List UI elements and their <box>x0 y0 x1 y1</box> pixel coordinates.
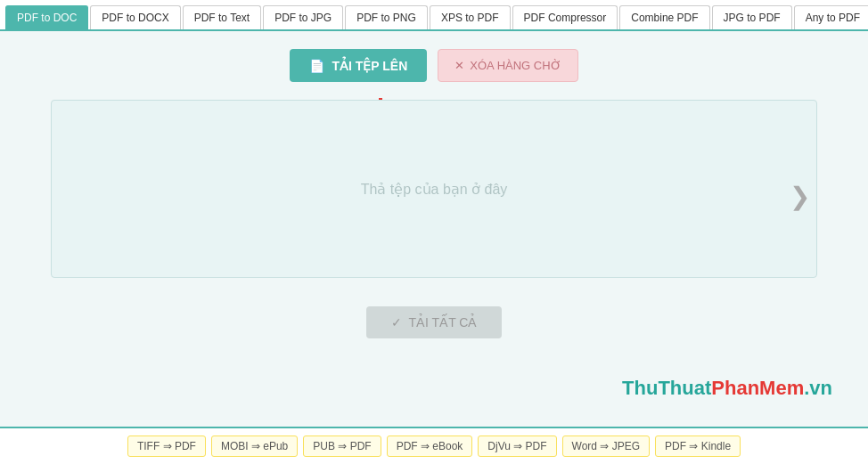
upload-button[interactable]: 📄 TẢI TỆP LÊN <box>290 49 427 82</box>
clear-button[interactable]: ✕ XÓA HÀNG CHỜ <box>438 49 577 82</box>
clear-icon: ✕ <box>454 59 464 72</box>
clear-button-label: XÓA HÀNG CHỜ <box>470 59 561 72</box>
download-all-button[interactable]: ✓ TẢI TẤT CẢ <box>366 306 503 338</box>
drop-zone[interactable]: Thả tệp của bạn ở đây <box>51 100 817 278</box>
watermark-thu: Thu <box>622 377 658 399</box>
main-content: 📄 TẢI TỆP LÊN ✕ XÓA HÀNG CHỜ ❮ Thả tệp c… <box>0 31 868 427</box>
watermark-mem: Mem <box>759 377 804 399</box>
tab-pdf-to-png[interactable]: PDF to PNG <box>345 5 428 29</box>
bottom-tag-pdf-kindle[interactable]: PDF ⇒ Kindle <box>655 436 741 457</box>
tab-pdf-compressor[interactable]: PDF Compressor <box>512 5 618 29</box>
drop-zone-container: ❮ Thả tệp của bạn ở đây ❯ <box>51 100 817 292</box>
bottom-tag-djvu[interactable]: DjVu ⇒ PDF <box>478 436 556 457</box>
watermark-phan: Phan <box>711 377 759 399</box>
bottom-tag-mobi[interactable]: MOBI ⇒ ePub <box>211 436 298 457</box>
tab-any-to-pdf[interactable]: Any to PDF <box>794 5 868 29</box>
next-arrow[interactable]: ❯ <box>790 182 810 211</box>
buttons-row: 📄 TẢI TỆP LÊN ✕ XÓA HÀNG CHỜ <box>290 49 577 82</box>
upload-button-label: TẢI TỆP LÊN <box>332 59 407 73</box>
drop-zone-text: Thả tệp của bạn ở đây <box>361 181 508 198</box>
bottom-tag-pdf-ebook[interactable]: PDF ⇒ eBook <box>387 436 473 457</box>
tab-combine-pdf[interactable]: Combine PDF <box>619 5 709 29</box>
download-icon: ✓ <box>391 315 402 330</box>
watermark-vn: .vn <box>804 377 832 399</box>
bottom-bar: TIFF ⇒ PDF MOBI ⇒ ePub PUB ⇒ PDF PDF ⇒ e… <box>0 427 868 464</box>
tab-pdf-to-doc[interactable]: PDF to DOC <box>5 5 88 29</box>
tab-jpg-to-pdf[interactable]: JPG to PDF <box>712 5 792 29</box>
tab-pdf-to-text[interactable]: PDF to Text <box>183 5 261 29</box>
download-all-label: TẢI TẤT CẢ <box>409 315 478 330</box>
bottom-tag-word-jpeg[interactable]: Word ⇒ JPEG <box>562 436 650 457</box>
watermark: ThuThuatPhanMem.vn <box>622 377 832 400</box>
bottom-tag-pub[interactable]: PUB ⇒ PDF <box>303 436 381 457</box>
upload-icon: 📄 <box>309 59 324 73</box>
tab-pdf-to-jpg[interactable]: PDF to JPG <box>263 5 343 29</box>
tab-pdf-to-docx[interactable]: PDF to DOCX <box>90 5 180 29</box>
bottom-tag-tiff[interactable]: TIFF ⇒ PDF <box>127 436 206 457</box>
top-nav: PDF to DOC PDF to DOCX PDF to Text PDF t… <box>0 0 868 31</box>
watermark-thuat: Thuat <box>658 377 711 399</box>
tab-xps-to-pdf[interactable]: XPS to PDF <box>430 5 511 29</box>
